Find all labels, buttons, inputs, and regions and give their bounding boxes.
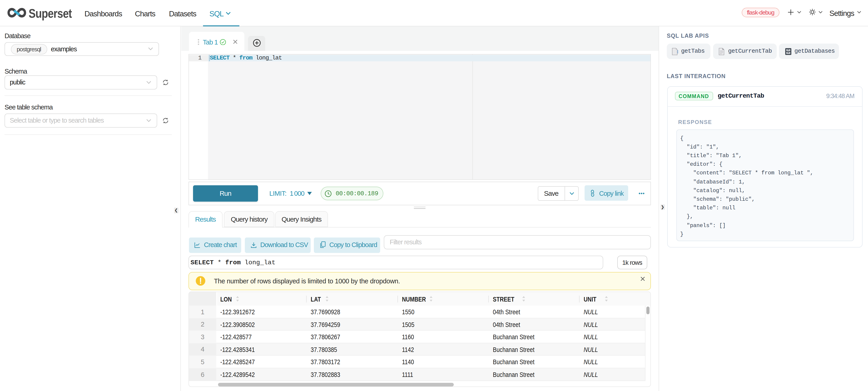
svg-text:Superset: Superset: [29, 6, 72, 21]
